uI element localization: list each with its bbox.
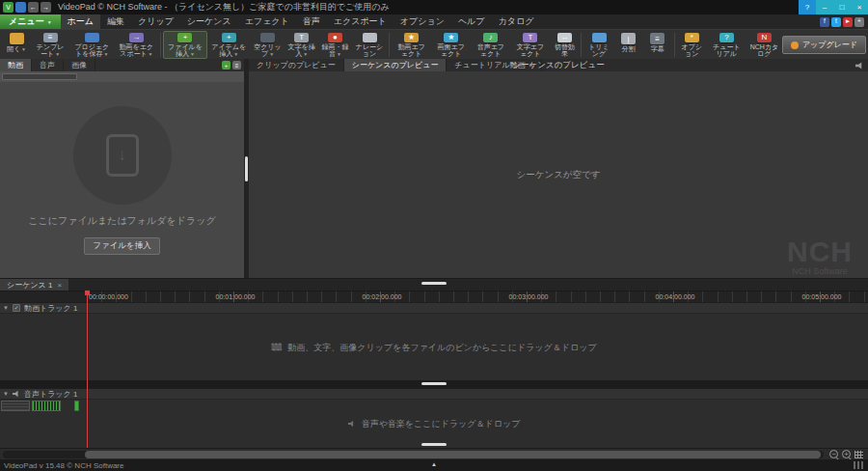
speaker-icon[interactable] (855, 62, 864, 69)
help-button[interactable]: ? (799, 0, 816, 14)
open-button[interactable]: 開く▼ (2, 31, 31, 59)
media-tab[interactable]: 動画 (0, 59, 32, 71)
watermark-logo: NCH (787, 237, 853, 266)
timeline-ruler[interactable]: 00:00:00.00000:01:00.00000:02:00.00000:0… (0, 291, 868, 302)
upgrade-label: アップグレード (802, 40, 857, 50)
audio-clip-thumbnail[interactable] (74, 401, 79, 411)
collapse-track-icon[interactable]: ▼ (3, 305, 9, 311)
redo-icon[interactable]: → (41, 2, 51, 13)
button-label: アイテムを挿入▼ (210, 43, 248, 58)
track-divider[interactable] (0, 380, 868, 388)
audio-clip-thumbnail[interactable] (32, 401, 61, 411)
dropdown-arrow-icon: ▼ (55, 51, 60, 57)
screen-effects-button[interactable]: ★画面エフェクト (431, 31, 471, 59)
audio-track-hint: 音声や音楽をここにドラッグ＆ドロップ (348, 418, 521, 430)
trim-button[interactable]: トリミング (583, 31, 613, 59)
menu-tab[interactable]: シーケンス (180, 14, 238, 29)
split-button[interactable]: |分割 (614, 31, 643, 59)
search-input[interactable] (2, 73, 77, 80)
audio-effects-button[interactable]: ♪音声エフェクト (471, 31, 510, 59)
zoom-out-icon[interactable]: − (829, 450, 838, 458)
file-drop-zone[interactable]: ↓ ここにファイルまたはフォルダをドラッグ ファイルを挿入 (0, 82, 244, 278)
text-effects-button[interactable]: T文字エフェクト (510, 31, 550, 59)
insert-file-button[interactable]: ファイルを挿入 (84, 237, 160, 255)
narration-button[interactable]: ナレーション (352, 31, 387, 59)
blank-clip-button[interactable]: 空クリップ▼ (251, 31, 285, 59)
audio-track-header[interactable]: ▼ 音声トラック 1 (0, 388, 868, 399)
menu-tab[interactable]: カタログ (492, 14, 541, 29)
preview-tab[interactable]: チュートリアル動画× (447, 59, 542, 71)
sequence-tab[interactable]: シーケンス 1 × (0, 279, 68, 291)
button-label: NCHカタログ (749, 43, 779, 58)
close-button[interactable]: × (851, 0, 868, 14)
save-icon[interactable] (15, 2, 26, 13)
audio-track-area[interactable]: 音声や音楽をここにドラッグ＆ドロップ (0, 399, 868, 448)
export-video-button[interactable]: →動画をエクスポート▼ (114, 31, 158, 59)
undo-icon[interactable]: ← (28, 2, 39, 13)
resize-grip-icon[interactable] (854, 461, 865, 469)
timeline-resize-handle[interactable] (421, 282, 447, 285)
add-media-icon[interactable]: + (222, 61, 231, 69)
media-tab[interactable]: 画像 (64, 59, 95, 71)
options-icon: * (685, 33, 699, 42)
video-effects-button[interactable]: ★動画エフェクト (392, 31, 431, 59)
button-label: 動画エフェクト (394, 43, 428, 58)
tutorial-button[interactable]: ?チュートリアル (707, 31, 746, 59)
ribbon-separator (160, 33, 161, 57)
insert-file-button[interactable]: +ファイルを挿入▼ (163, 31, 206, 59)
youtube-icon[interactable]: ► (843, 17, 853, 27)
twitter-icon[interactable]: t (831, 17, 841, 27)
button-label: プロジェクトを保存▼ (72, 43, 111, 58)
horizontal-scrollbar[interactable] (3, 451, 824, 458)
options-button[interactable]: *オプション (677, 31, 707, 59)
drop-circle: ↓ (73, 106, 172, 205)
menu-tab[interactable]: エクスポート (327, 14, 393, 29)
menu-tab[interactable]: ホーム (61, 14, 100, 29)
maximize-button[interactable]: □ (833, 0, 851, 14)
scrollbar-thumb[interactable] (85, 451, 821, 458)
menu-tab[interactable]: オプション (393, 14, 451, 29)
close-tab-icon[interactable]: × (529, 61, 534, 69)
menu-tab[interactable]: クリップ (131, 14, 180, 29)
share-icon[interactable]: + (854, 17, 864, 27)
drop-hint-text: ここにファイルまたはフォルダをドラッグ (28, 214, 215, 228)
insert-text-button[interactable]: T文字を挿入▼ (285, 31, 318, 59)
nch-catalog-button[interactable]: NNCHカタログ (746, 31, 782, 59)
videopad-logo[interactable]: V (3, 2, 14, 13)
media-tab[interactable]: 音声 (32, 59, 64, 71)
playhead[interactable] (87, 291, 88, 448)
transitions-button[interactable]: ↔切替効果 (550, 31, 579, 59)
video-track-area[interactable]: 動画、文字、画像クリップを各ファイルのビンからここにドラッグ＆ドロップ (0, 313, 868, 380)
upgrade-button[interactable]: アップグレード (782, 36, 866, 54)
preview-tab[interactable]: シーケンスのプレビュー (344, 59, 448, 71)
menubar: メニュー ▼ ホーム編集クリップシーケンスエフェクト音声エクスポートオプションヘ… (0, 14, 868, 29)
record-button[interactable]: ●録画・録音▼ (318, 31, 352, 59)
audio-clip-thumbnail[interactable] (1, 401, 30, 411)
preview-tab[interactable]: クリップのプレビュー (249, 59, 344, 71)
audio-resize-handle[interactable] (421, 443, 447, 446)
subtitles-button[interactable]: ≡字幕 (643, 31, 672, 59)
menu-button[interactable]: メニュー ▼ (0, 14, 61, 29)
minimize-button[interactable]: – (816, 0, 833, 14)
collapse-handle[interactable]: ▲ (431, 461, 437, 467)
zoom-in-icon[interactable]: + (842, 450, 851, 458)
fit-timeline-icon[interactable] (854, 451, 863, 458)
close-tab-icon[interactable]: × (57, 281, 62, 290)
video-track-header[interactable]: ▼ ✓ 動画トラック 1 (0, 302, 868, 313)
dropdown-arrow-icon: ▼ (233, 51, 238, 57)
track-visibility-icon[interactable]: ✓ (13, 304, 20, 312)
track-divider-handle[interactable] (421, 382, 447, 385)
menu-tab[interactable]: エフェクト (238, 14, 296, 29)
collapse-track-icon[interactable]: ▼ (3, 391, 9, 397)
menu-tab[interactable]: ヘルプ (451, 14, 492, 29)
dropdown-arrow-icon: ▼ (303, 51, 308, 57)
insert-item-button[interactable]: +アイテムを挿入▼ (207, 31, 251, 59)
template-button[interactable]: ≡テンプレート▼ (31, 31, 69, 59)
save-project-button[interactable]: プロジェクトを保存▼ (69, 31, 114, 59)
menu-tab[interactable]: 音声 (296, 14, 327, 29)
view-mode-icon[interactable]: ≡ (232, 61, 241, 69)
panel-divider-handle[interactable] (245, 156, 248, 181)
menu-tab[interactable]: 編集 (100, 14, 131, 29)
facebook-icon[interactable]: f (820, 17, 829, 27)
window-title: VideoPad © NCH Software - （ライセンス無し）ご家庭での… (54, 1, 799, 14)
